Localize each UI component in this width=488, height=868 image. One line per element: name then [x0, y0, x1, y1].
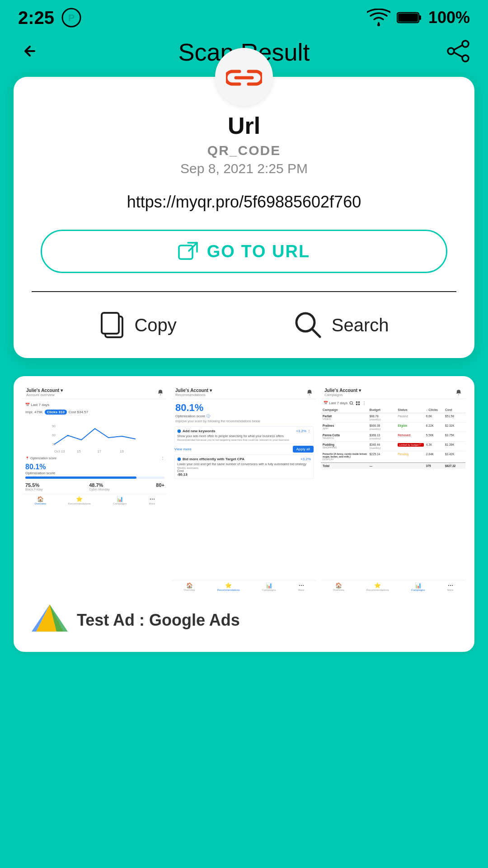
mini-table-row-2: PralinesAPP $666.38(monthly) Eligible 6.… [321, 423, 465, 432]
mini-opt-score-section: 80.1% Optimization score ⓘ Improve your … [172, 399, 316, 425]
card-url: https://myqr.pro/5f69885602f760 [32, 193, 456, 212]
copy-button[interactable]: Copy [99, 310, 176, 340]
search-label: Search [332, 315, 389, 335]
copy-label: Copy [134, 315, 176, 335]
mini-account-overview: Account overview [26, 393, 63, 397]
ad-panel-2: Julie's Account ▾ Recommendations 80.1% … [172, 385, 316, 593]
mini-table-row-3: Panna CottaSEARCH $368.13(monthly) Remov… [321, 432, 465, 442]
card-date: Sep 8, 2021 2:25 PM [14, 161, 474, 176]
svg-text:P: P [68, 12, 75, 24]
ad-title: Test Ad : Google Ads [77, 611, 240, 630]
mini-recommendations-label: Recommendations [175, 393, 212, 397]
svg-text:Oct 13: Oct 13 [54, 449, 65, 453]
grid-icon-3 [356, 401, 360, 406]
card-divider [32, 291, 456, 292]
parking-icon: P [61, 8, 81, 28]
svg-point-3 [377, 24, 380, 26]
status-bar: 2:25 P 100% [0, 0, 488, 32]
mini-dashboard-1: Julie's Account ▾ Account overview 📅 Las… [23, 385, 167, 593]
status-left: 2:25 P [18, 8, 81, 28]
search-icon-3 [349, 401, 354, 406]
mini-view-apply-row: View more Apply all [174, 446, 314, 453]
mini-dash-header-2: Julie's Account ▾ Recommendations [172, 385, 316, 399]
svg-text:15: 15 [77, 449, 81, 453]
svg-point-26 [350, 401, 352, 404]
goto-btn-label: GO TO URL [207, 242, 310, 261]
link-icon-wrapper [14, 48, 474, 106]
card-qr-code-label: QR_CODE [14, 143, 474, 158]
mini-dash-header-1: Julie's Account ▾ Account overview [23, 385, 167, 399]
mini-campaigns-label: Campaigns [324, 393, 361, 397]
svg-rect-13 [179, 245, 192, 259]
svg-rect-6 [398, 14, 418, 22]
status-right: 100% [367, 8, 470, 27]
svg-line-27 [352, 404, 353, 405]
svg-text:60: 60 [52, 434, 56, 437]
svg-line-18 [313, 330, 320, 337]
wifi-icon [367, 9, 390, 27]
ad-screenshots: Julie's Account ▾ Account overview 📅 Las… [23, 385, 465, 593]
svg-text:90: 90 [52, 425, 56, 428]
mini-rec-2: 🔵 Bid more efficiently with Target CPA +… [174, 454, 314, 479]
svg-text:19: 19 [120, 449, 124, 453]
bell-icon-3 [455, 389, 462, 396]
link-icon-circle [215, 48, 273, 106]
ad-section: Julie's Account ▾ Account overview 📅 Las… [14, 376, 474, 652]
mini-score-area: 80.1% Optimization score [23, 462, 167, 481]
search-button[interactable]: Search [294, 311, 389, 340]
mini-nav-3: 🏠Overview ⭐Recommendations 📊Campaigns ⋯M… [321, 580, 465, 593]
mini-opt-row: 📍 Optimization score ⋮ [23, 455, 167, 462]
mini-chart-area: Oct 13 15 17 19 30 60 90 [23, 416, 167, 455]
mini-rec-1: 🔵 Add new keywords +3.2% ⋮ Show your ads… [174, 426, 314, 444]
svg-rect-31 [358, 403, 360, 405]
mini-table-row-1: ParfaitVIDEO $88.78(monthly) Paused 6.6K… [321, 413, 465, 423]
goto-url-button[interactable]: GO TO URL [41, 230, 447, 273]
mini-table-row-4: PuddingSHOPPING $340.44(monthly) Limited… [321, 442, 465, 451]
bell-icon-2 [306, 389, 313, 396]
svg-text:30: 30 [52, 443, 56, 446]
scan-result-card: Url QR_CODE Sep 8, 2021 2:25 PM https://… [14, 77, 474, 358]
mini-table-total-row: Total—375$827.32 [321, 462, 465, 469]
battery-percentage: 100% [428, 8, 470, 27]
svg-point-7 [462, 41, 469, 47]
copy-icon [99, 310, 125, 340]
svg-rect-16 [102, 313, 119, 334]
google-ads-logo [32, 602, 68, 638]
mini-table-header: CampaignBudgetStatus↓ ClicksCost [321, 407, 465, 413]
ad-footer: Test Ad : Google Ads [23, 593, 465, 643]
mini-dashboard-3: Julie's Account ▾ Campaigns 📅 Last 7 day… [321, 385, 465, 593]
action-row: Copy Search [14, 310, 474, 340]
mini-line-chart: Oct 13 15 17 19 30 60 90 [25, 417, 164, 453]
mini-account-name-3: Julie's Account ▾ [324, 388, 361, 393]
mini-dashboard-2: Julie's Account ▾ Recommendations 80.1% … [172, 385, 316, 593]
svg-rect-30 [356, 403, 357, 405]
mini-nav-2: 🏠Overview ⭐Recommendations 📊Campaigns ⋯M… [172, 580, 316, 593]
external-link-icon [178, 241, 199, 262]
mini-account-name-2: Julie's Account ▾ [175, 388, 212, 393]
bell-icon-1 [157, 389, 164, 396]
mini-table-row-5: Penache (A fancy, candy made brown sugar… [321, 451, 465, 462]
status-time: 2:25 [18, 8, 54, 28]
battery-icon [397, 11, 422, 24]
ad-panel-1: Julie's Account ▾ Account overview 📅 Las… [23, 385, 167, 593]
card-type-label: Url [14, 112, 474, 139]
ad-panel-3: Julie's Account ▾ Campaigns 📅 Last 7 day… [321, 385, 465, 593]
svg-point-17 [296, 313, 314, 331]
link-icon [226, 65, 262, 90]
mini-date-range-3: 📅 Last 7 days ⋮ [321, 399, 465, 407]
mini-account-name-1: Julie's Account ▾ [26, 388, 63, 393]
svg-rect-28 [356, 401, 357, 402]
mini-dash-header-3: Julie's Account ▾ Campaigns [321, 385, 465, 399]
svg-rect-29 [358, 401, 360, 402]
mini-nav-1: 🏠Overview ⭐Recommendations 📊Campaigns ⋯M… [23, 494, 167, 507]
svg-rect-5 [419, 15, 421, 20]
search-icon [294, 311, 323, 340]
svg-text:17: 17 [97, 449, 101, 453]
mini-stats-row: Impr. 479K Clicks 310 Cost $34.57 [23, 408, 167, 416]
mini-bottom-stats: 75.5%Black Friday 48.7%Cyber Monday 80+ [23, 481, 167, 492]
mini-date-range-1: 📅 Last 7 days [23, 399, 167, 408]
